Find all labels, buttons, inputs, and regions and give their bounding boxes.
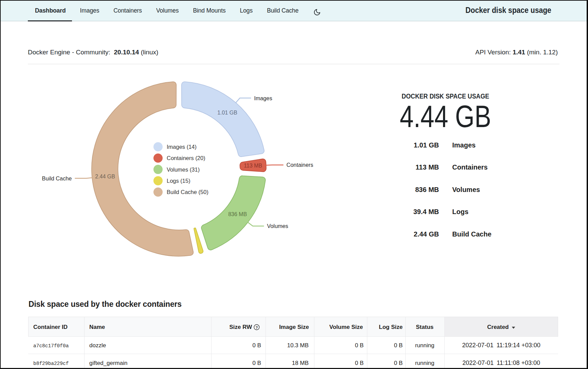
- svg-text:Images: Images: [254, 95, 272, 101]
- svg-text:?: ?: [256, 325, 258, 329]
- svg-text:Volumes (31): Volumes (31): [167, 166, 200, 173]
- svg-text:836 MB: 836 MB: [228, 211, 247, 217]
- svg-text:Build Cache (50): Build Cache (50): [167, 189, 208, 195]
- svg-text:Logs (15): Logs (15): [167, 178, 190, 184]
- svg-text:Containers: Containers: [287, 162, 313, 168]
- svg-text:Containers (20): Containers (20): [167, 155, 205, 161]
- svg-text:113 MB: 113 MB: [244, 163, 262, 169]
- svg-text:1.01 GB: 1.01 GB: [217, 110, 237, 116]
- svg-text:Volumes: Volumes: [267, 223, 288, 229]
- svg-text:Images (14): Images (14): [167, 144, 197, 150]
- svg-text:Build Cache: Build Cache: [42, 175, 72, 181]
- svg-text:2.44 GB: 2.44 GB: [95, 174, 115, 179]
